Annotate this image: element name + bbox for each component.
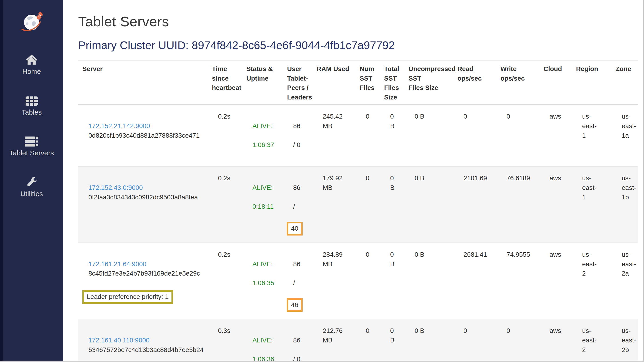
cell-total-sst: 0 B [380, 105, 404, 166]
cell-heartbeat: 0.2s [208, 105, 242, 166]
cell-num-sst: 0 [356, 319, 380, 362]
cell-server: 172.152.21.142:9000 0d820cf1b93c40d881a2… [78, 105, 208, 166]
cell-write-ops: 0 [496, 105, 539, 166]
cell-heartbeat: 0.2s [208, 243, 242, 319]
col-header-read-ops: Read ops/sec [453, 60, 496, 105]
cell-read-ops: 2101.69 [453, 166, 496, 243]
wrench-icon [26, 175, 37, 188]
sidebar-item-tablet-servers[interactable]: Tablet Servers [9, 134, 54, 157]
col-header-ram: RAM Used [312, 60, 356, 105]
peers-count: 86 [293, 336, 310, 345]
cell-cloud: aws [539, 166, 572, 243]
cell-uncompressed: 0 B [404, 105, 453, 166]
cell-status: ALIVE: 1:06:37 [242, 105, 283, 166]
peers-count: 86 [293, 260, 310, 269]
cell-zone: us- east- 2a [612, 243, 638, 319]
cell-user-tablets: 86 / 0 [283, 105, 312, 166]
server-link[interactable]: 172.161.40.110:9000 [88, 336, 150, 345]
page-title: Tablet Servers [78, 14, 639, 30]
sidebar-item-tables[interactable]: Tables [22, 93, 42, 116]
sidebar-item-label: Utilities [20, 190, 43, 198]
col-header-write-ops: Write ops/sec [496, 60, 539, 105]
cell-status: ALIVE: 0:18:11 [242, 166, 283, 243]
cell-write-ops: 74.9555 [496, 243, 539, 319]
server-link[interactable]: 172.152.43.0:9000 [88, 183, 143, 193]
cell-region: us- east- 1 [572, 105, 612, 166]
table-header-row: Server Time since heartbeat Status & Upt… [78, 60, 638, 105]
cell-region: us- east- 2 [572, 319, 612, 362]
server-uuid: 8c45fd27e3e24b7b93f169de21e5e29c [88, 269, 206, 278]
sidebar-nav: Home Tables [9, 53, 54, 198]
status-alive: ALIVE: [252, 183, 281, 193]
planet-rocket-icon [19, 10, 44, 34]
sidebar-item-label: Tablet Servers [9, 149, 54, 157]
server-link[interactable]: 172.161.21.64:9000 [88, 260, 146, 269]
cell-num-sst: 0 [356, 166, 380, 243]
main-content: Tablet Servers Primary Cluster UUID: 897… [63, 0, 644, 362]
sidebar-item-label: Tables [22, 108, 42, 116]
col-header-heartbeat: Time since heartbeat [208, 60, 242, 105]
tablet-servers-table: Server Time since heartbeat Status & Upt… [78, 60, 638, 362]
cell-num-sst: 0 [356, 243, 380, 319]
cell-uncompressed: 0 B [404, 319, 453, 362]
leaders-slash: / [293, 202, 310, 212]
cell-zone: us- east- 1a [612, 105, 638, 166]
table-row: 172.152.43.0:9000 0f2faa3c834343c0982dc9… [78, 166, 638, 243]
cell-read-ops: 0 [453, 319, 496, 362]
server-uuid: 53467572be7c4d13b3ac88d4b7ee5b24 [88, 345, 206, 355]
cell-heartbeat: 0.2s [208, 166, 242, 243]
leaders-highlight-box: 46 [287, 298, 303, 312]
cell-server: 172.161.21.64:9000 8c45fd27e3e24b7b93f16… [78, 243, 208, 319]
leader-preference-text: Leader preference priority: 1 [87, 293, 169, 300]
status-uptime: 1:06:37 [252, 140, 281, 150]
cell-total-sst: 0 B [380, 166, 404, 243]
cell-uncompressed: 0 B [404, 243, 453, 319]
cell-zone: us- east- 2b [612, 319, 638, 362]
cell-num-sst: 0 [356, 105, 380, 166]
status-alive: ALIVE: [252, 121, 281, 131]
server-uuid: 0d820cf1b93c40d881a27888f33ce471 [88, 131, 206, 140]
leaders-slash: / [293, 278, 310, 288]
cell-user-tablets: 86 / 0 [283, 319, 312, 362]
cell-ram: 245.42 MB [312, 105, 356, 166]
app-window: Home Tables [0, 0, 644, 362]
cell-user-tablets: 86 / 46 [283, 243, 312, 319]
tablet-servers-icon [25, 134, 38, 147]
server-uuid: 0f2faa3c834343c0982dc9503a8a8fea [88, 193, 206, 202]
cell-uncompressed: 0 B [404, 166, 453, 243]
cell-ram: 179.92 MB [312, 166, 356, 243]
status-alive: ALIVE: [252, 260, 281, 269]
col-header-user-tablets: User Tablet- Peers / Leaders [283, 60, 312, 105]
cell-status: ALIVE: 1:06:35 [242, 243, 283, 319]
cell-total-sst: 0 B [380, 319, 404, 362]
cell-region: us- east- 2 [572, 243, 612, 319]
status-alive: ALIVE: [252, 336, 281, 345]
leader-preference-badge: Leader preference priority: 1 [82, 290, 173, 304]
cell-total-sst: 0 B [380, 243, 404, 319]
peers-count: 86 [293, 121, 310, 131]
tables-icon [25, 93, 38, 106]
cell-cloud: aws [539, 105, 572, 166]
cluster-uuid-heading: Primary Cluster UUID: 8974f842-8c65-4e6f… [78, 39, 639, 52]
leaders-count: / 0 [293, 140, 310, 150]
cell-read-ops: 0 [453, 105, 496, 166]
yugabyte-logo[interactable] [19, 10, 44, 34]
sidebar-item-label: Home [22, 68, 41, 75]
col-header-total-sst: Total SST Files Size [380, 60, 404, 105]
cell-server: 172.161.40.110:9000 53467572be7c4d13b3ac… [78, 319, 208, 362]
cell-write-ops: 0 [496, 319, 539, 362]
leaders-highlight-box: 40 [287, 222, 303, 236]
table-row: 172.152.21.142:9000 0d820cf1b93c40d881a2… [78, 105, 638, 166]
cell-server: 172.152.43.0:9000 0f2faa3c834343c0982dc9… [78, 166, 208, 243]
sidebar-item-home[interactable]: Home [22, 53, 41, 75]
cell-cloud: aws [539, 319, 572, 362]
status-uptime: 1:06:35 [252, 278, 281, 288]
cell-ram: 212.76 MB [312, 319, 356, 362]
sidebar-item-utilities[interactable]: Utilities [20, 175, 43, 198]
cell-ram: 284.89 MB [312, 243, 356, 319]
server-link[interactable]: 172.152.21.142:9000 [88, 121, 150, 131]
cell-heartbeat: 0.3s [208, 319, 242, 362]
cell-zone: us- east- 1b [612, 166, 638, 243]
leaders-count: 40 [291, 225, 298, 232]
col-header-cloud: Cloud [539, 60, 572, 105]
